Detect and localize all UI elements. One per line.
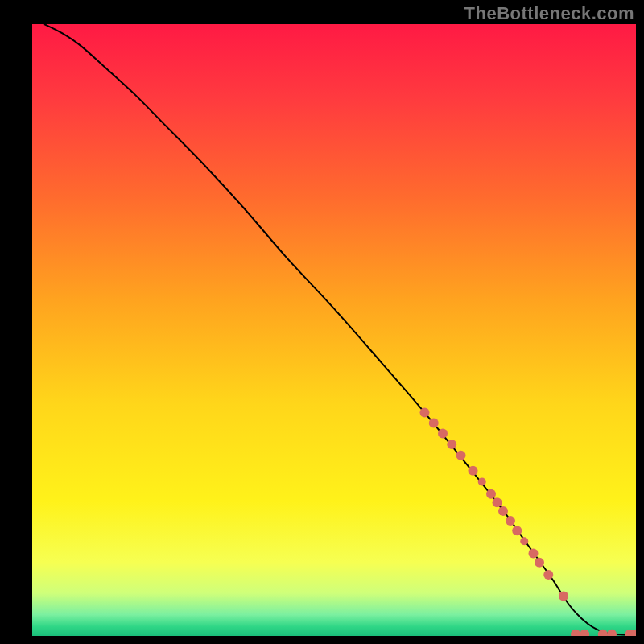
- chart-frame: TheBottleneck.com: [0, 0, 644, 644]
- scatter-point: [447, 440, 456, 449]
- scatter-point: [478, 477, 486, 485]
- attribution-text: TheBottleneck.com: [464, 3, 634, 24]
- scatter-point: [512, 526, 522, 535]
- scatter-point: [506, 516, 515, 526]
- scatter-point: [559, 592, 568, 601]
- scatter-point: [486, 489, 496, 499]
- chart-svg: [32, 24, 636, 636]
- scatter-point: [469, 466, 478, 476]
- scatter-point: [498, 506, 508, 516]
- chart-background: [32, 24, 636, 636]
- scatter-point: [429, 419, 439, 428]
- chart-plot-area: [32, 24, 636, 636]
- scatter-point: [520, 537, 528, 545]
- scatter-point: [456, 451, 466, 460]
- scatter-point: [493, 497, 502, 507]
- scatter-point: [529, 548, 539, 558]
- scatter-point: [438, 428, 448, 438]
- scatter-point: [543, 570, 553, 580]
- scatter-point: [535, 558, 544, 568]
- scatter-point: [420, 408, 430, 418]
